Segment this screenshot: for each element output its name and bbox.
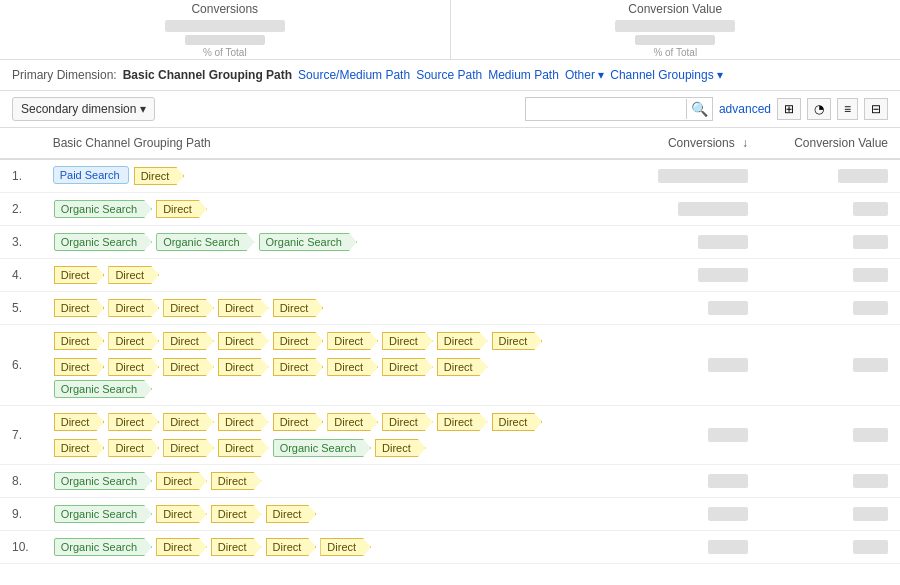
conversion-value-bar-visual [615, 20, 735, 32]
primary-dimension-label: Primary Dimension: [12, 68, 117, 82]
path-tag: Organic Search [54, 200, 152, 218]
dim-source-path[interactable]: Source Path [416, 68, 482, 82]
path-tag: Direct [163, 439, 214, 457]
secondary-dimension-button[interactable]: Secondary dimension ▾ [12, 97, 155, 121]
path-tag: Direct [163, 299, 214, 317]
metrics-header: Conversions % of Total Conversion Value … [0, 0, 900, 60]
path-tag: Direct [163, 332, 214, 350]
conversion-value-sub: % of Total [653, 47, 697, 58]
table-row: 10.Organic SearchDirectDirectDirectDirec… [0, 531, 900, 564]
view-table-button[interactable]: ⊟ [864, 98, 888, 120]
path-tag: Direct [327, 413, 378, 431]
conversion-value-bar-value [853, 268, 888, 282]
path-tag: Direct [54, 299, 105, 317]
view-grid-button[interactable]: ⊞ [777, 98, 801, 120]
path-tag: Direct [273, 299, 324, 317]
row-conversion-value [760, 159, 900, 193]
view-list-button[interactable]: ≡ [837, 98, 858, 120]
path-tag: Direct [156, 472, 207, 490]
path-tag: Direct [108, 413, 159, 431]
path-tag: Direct [327, 358, 378, 376]
table-row: 7.DirectDirectDirectDirectDirectDirectDi… [0, 406, 900, 465]
row-path: DirectDirectDirectDirectDirectDirectDire… [41, 406, 600, 465]
path-tag: Organic Search [54, 380, 152, 398]
path-tag: Direct [156, 538, 207, 556]
path-tag: Direct [218, 439, 269, 457]
row-conversion-value [760, 292, 900, 325]
path-tag: Direct [218, 332, 269, 350]
search-button[interactable]: 🔍 [686, 99, 712, 119]
conversion-value-bar [615, 20, 735, 45]
path-tag: Direct [134, 167, 185, 185]
row-number: 1. [0, 159, 41, 193]
path-tag: Paid Search [53, 166, 129, 184]
path-tag: Direct [437, 332, 488, 350]
path-tag: Organic Search [156, 233, 254, 251]
sort-icon: ↓ [742, 136, 748, 150]
conversion-value-bar-value [853, 507, 888, 521]
path-tag: Direct [492, 413, 543, 431]
row-path: Paid SearchDirect [41, 159, 600, 193]
table-row: 3.Organic SearchOrganic SearchOrganic Se… [0, 226, 900, 259]
conversions-bar-value [708, 474, 748, 488]
dim-channel-groupings[interactable]: Channel Groupings ▾ [610, 68, 723, 82]
path-tag: Organic Search [273, 439, 371, 457]
path-tag: Direct [211, 472, 262, 490]
path-tag: Direct [382, 413, 433, 431]
dim-other[interactable]: Other ▾ [565, 68, 604, 82]
advanced-link[interactable]: advanced [719, 102, 771, 116]
conversions-bar-value [708, 428, 748, 442]
path-tag: Direct [218, 299, 269, 317]
path-tag: Direct [108, 358, 159, 376]
path-tag: Direct [382, 358, 433, 376]
path-tag: Direct [437, 413, 488, 431]
path-tag: Direct [266, 538, 317, 556]
path-tag: Direct [54, 439, 105, 457]
path-tag: Direct [163, 413, 214, 431]
table-row: 9.Organic SearchDirectDirectDirect [0, 498, 900, 531]
conversions-sub: % of Total [203, 47, 247, 58]
path-tag: Direct [108, 332, 159, 350]
conversions-bar-sub [185, 35, 265, 45]
path-tag: Direct [218, 413, 269, 431]
conversion-value-bar-value [853, 358, 888, 372]
path-tag: Direct [273, 358, 324, 376]
row-conversions [600, 406, 760, 465]
path-tag: Direct [156, 505, 207, 523]
path-tag: Direct [218, 358, 269, 376]
conversion-value-bar-sub [635, 35, 715, 45]
row-number: 5. [0, 292, 41, 325]
path-tag: Direct [211, 538, 262, 556]
row-number: 8. [0, 465, 41, 498]
secondary-dimension-label: Secondary dimension [21, 102, 136, 116]
data-table: Basic Channel Grouping Path Conversions … [0, 128, 900, 564]
row-number: 2. [0, 193, 41, 226]
col-conversions[interactable]: Conversions ↓ [600, 128, 760, 159]
conversions-bar-value [658, 169, 748, 183]
table-row: 4.DirectDirect [0, 259, 900, 292]
dim-medium-path[interactable]: Medium Path [488, 68, 559, 82]
search-input[interactable] [526, 98, 686, 120]
conversion-value-bar-value [853, 474, 888, 488]
conversions-bar-value [698, 268, 748, 282]
path-tag: Direct [163, 358, 214, 376]
row-conversions [600, 193, 760, 226]
col-num [0, 128, 41, 159]
dim-source-medium[interactable]: Source/Medium Path [298, 68, 410, 82]
path-tag: Organic Search [54, 233, 152, 251]
row-path: Organic SearchDirectDirect [41, 465, 600, 498]
primary-dimension-nav: Primary Dimension: Basic Channel Groupin… [0, 60, 900, 91]
conversion-value-title: Conversion Value [628, 2, 722, 16]
path-tag: Direct [273, 413, 324, 431]
path-tag: Direct [54, 332, 105, 350]
conversions-bar-value [708, 540, 748, 554]
view-pie-button[interactable]: ◔ [807, 98, 831, 120]
conversions-bar-value [698, 235, 748, 249]
path-tag: Direct [108, 266, 159, 284]
conversion-value-bar-value [853, 428, 888, 442]
dim-basic-channel[interactable]: Basic Channel Grouping Path [123, 68, 292, 82]
path-tag: Direct [108, 299, 159, 317]
toolbar: Secondary dimension ▾ 🔍 advanced ⊞ ◔ ≡ ⊟ [0, 91, 900, 128]
conversions-bar-value [708, 358, 748, 372]
path-tag: Direct [375, 439, 426, 457]
